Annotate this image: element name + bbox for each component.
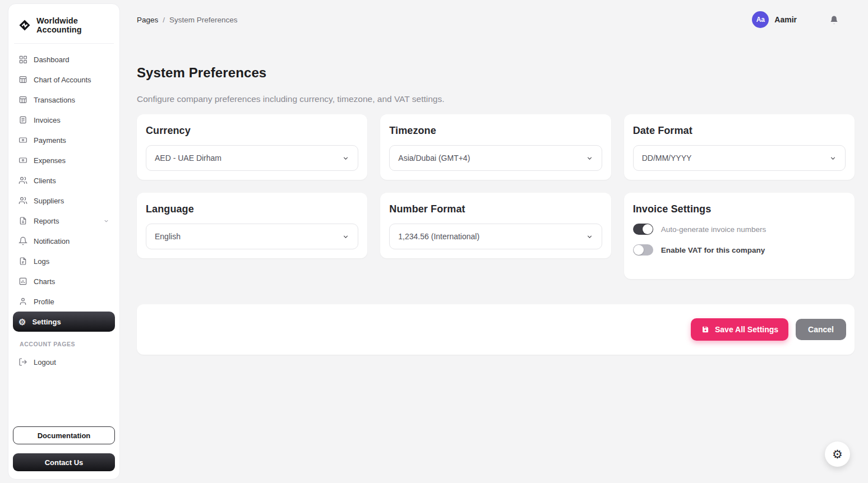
number-format-card-title: Number Format [389, 203, 602, 215]
chevron-down-icon [342, 233, 349, 240]
breadcrumb-root[interactable]: Pages [137, 16, 158, 24]
sidebar-item-label: Clients [34, 177, 56, 185]
enable-vat-toggle[interactable] [633, 244, 653, 256]
contact-us-button[interactable]: Contact Us [13, 453, 115, 471]
sidebar-item-label: Profile [34, 298, 54, 306]
brand[interactable]: Worldwide Accounting [13, 10, 115, 43]
topbar-right: Aa Aamir [752, 11, 855, 28]
breadcrumb-separator: / [163, 16, 165, 24]
spacer [13, 372, 115, 426]
settings-fab[interactable]: ⚙ [825, 442, 850, 467]
date-format-card: Date Format DD/MM/YYYY [624, 114, 855, 180]
page-subtitle: Configure company preferences including … [137, 94, 855, 104]
sidebar-item-label: Reports [34, 217, 59, 225]
chevron-down-icon [103, 218, 109, 224]
save-all-settings-button[interactable]: Save All Settings [691, 318, 788, 341]
sidebar-item-settings[interactable]: ⚙ Settings [13, 312, 115, 332]
topbar: Pages / System Preferences Aa Aamir [137, 0, 855, 39]
table-icon [19, 95, 27, 104]
users-icon [19, 196, 27, 205]
sidebar-item-expenses[interactable]: Expenses [13, 150, 115, 170]
save-button-label: Save All Settings [715, 325, 778, 334]
documentation-button[interactable]: Documentation [13, 426, 115, 444]
save-icon [701, 325, 710, 334]
timezone-select[interactable]: Asia/Dubai (GMT+4) [389, 145, 602, 171]
dashboard-grid-icon [19, 55, 27, 64]
date-format-select[interactable]: DD/MM/YYYY [633, 145, 846, 171]
sidebar-item-label: Dashboard [34, 55, 70, 64]
sidebar: Worldwide Accounting Dashboard Chart of … [8, 3, 120, 480]
toggle-knob [634, 245, 644, 255]
breadcrumb: Pages / System Preferences [137, 16, 238, 24]
sidebar-item-label: Payments [34, 136, 66, 145]
chevron-down-icon [586, 155, 593, 162]
breadcrumb-current: System Preferences [169, 16, 238, 24]
language-select-value: English [155, 232, 181, 241]
sidebar-item-invoices[interactable]: Invoices [13, 110, 115, 130]
avatar[interactable]: Aa [752, 11, 769, 28]
enable-vat-label: Enable VAT for this company [661, 246, 765, 254]
logout-icon [19, 357, 27, 366]
number-format-select-value: 1,234.56 (International) [398, 232, 479, 241]
chevron-down-icon [829, 155, 837, 162]
banknote-icon [19, 156, 27, 165]
main-content: Pages / System Preferences Aa Aamir Syst… [120, 0, 868, 483]
sidebar-item-suppliers[interactable]: Suppliers [13, 191, 115, 211]
sidebar-item-payments[interactable]: Payments [13, 130, 115, 150]
sidebar-item-logs[interactable]: Logs [13, 251, 115, 271]
sidebar-item-transactions[interactable]: Transactions [13, 90, 115, 110]
action-bar: Save All Settings Cancel [137, 304, 855, 355]
sidebar-item-profile[interactable]: Profile [13, 291, 115, 312]
sidebar-item-notification[interactable]: Notification [13, 231, 115, 251]
preferences-grid: Currency AED - UAE Dirham Timezone Asia/… [137, 114, 855, 279]
sidebar-item-label: Transactions [34, 96, 75, 104]
sidebar-section-header: ACCOUNT PAGES [13, 332, 115, 352]
auto-generate-invoice-toggle[interactable] [633, 224, 653, 235]
table-icon [19, 75, 27, 84]
sidebar-item-logout[interactable]: Logout [13, 352, 115, 372]
bell-icon [19, 236, 27, 245]
sidebar-item-label: Chart of Accounts [34, 76, 91, 84]
sidebar-item-charts[interactable]: Charts [13, 271, 115, 291]
sidebar-item-label: Invoices [34, 116, 61, 124]
gear-icon: ⚙ [832, 448, 843, 461]
report-document-icon [19, 216, 27, 225]
chevron-down-icon [342, 155, 349, 162]
cancel-button[interactable]: Cancel [796, 319, 846, 340]
sidebar-item-label: Expenses [34, 156, 66, 165]
gear-icon: ⚙ [19, 318, 26, 326]
page-title: System Preferences [137, 65, 855, 81]
currency-card-title: Currency [146, 125, 358, 137]
sidebar-nav: Dashboard Chart of Accounts Transactions… [13, 49, 115, 332]
sidebar-item-clients[interactable]: Clients [13, 170, 115, 191]
timezone-card-title: Timezone [389, 125, 602, 137]
file-icon [19, 257, 27, 266]
sidebar-item-label: Charts [34, 277, 55, 286]
sidebar-item-label: Logs [34, 257, 49, 266]
language-select[interactable]: English [146, 224, 358, 249]
language-card-title: Language [146, 203, 358, 215]
number-format-select[interactable]: 1,234.56 (International) [389, 224, 602, 249]
user-name: Aamir [774, 15, 797, 24]
users-icon [19, 176, 27, 185]
app-logo-icon [19, 19, 31, 31]
currency-card: Currency AED - UAE Dirham [137, 114, 367, 180]
divider [14, 43, 114, 44]
currency-select[interactable]: AED - UAE Dirham [146, 145, 358, 171]
enable-vat-row: Enable VAT for this company [633, 244, 846, 256]
sidebar-item-chart-of-accounts[interactable]: Chart of Accounts [13, 69, 115, 90]
sidebar-item-dashboard[interactable]: Dashboard [13, 49, 115, 69]
invoice-settings-card: Invoice Settings Auto-generate invoice n… [624, 193, 855, 279]
person-icon [19, 297, 27, 306]
sidebar-item-label: Suppliers [34, 197, 64, 205]
auto-generate-invoice-row: Auto-generate invoice numbers [633, 224, 846, 235]
language-card: Language English [137, 193, 367, 258]
notification-bell-icon[interactable] [829, 15, 839, 25]
sidebar-item-label: Notification [34, 237, 70, 245]
sidebar-item-reports[interactable]: Reports [13, 211, 115, 231]
currency-select-value: AED - UAE Dirham [155, 154, 221, 162]
bar-chart-icon [19, 277, 27, 286]
date-format-select-value: DD/MM/YYYY [642, 154, 692, 162]
auto-generate-invoice-label: Auto-generate invoice numbers [661, 225, 767, 234]
invoice-settings-card-title: Invoice Settings [633, 203, 846, 215]
